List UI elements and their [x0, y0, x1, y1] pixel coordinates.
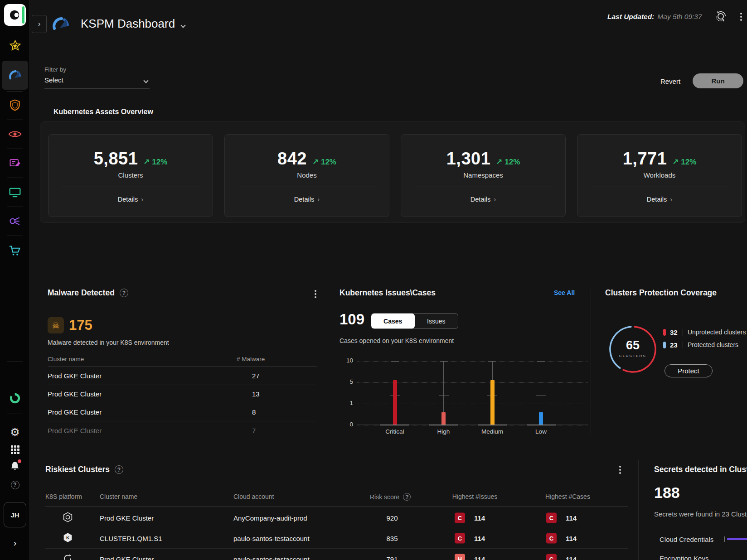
share-network-icon [9, 215, 21, 227]
cloud-account: paulo-santos-testaccount [233, 555, 310, 560]
sidebar-item-apps[interactable] [0, 444, 30, 455]
riskiest-table-row[interactable]: Prod GKE Cluster AnyCompany-audit-prod 9… [45, 508, 628, 528]
sidebar-item-settings[interactable]: ⚙ [0, 426, 30, 439]
severity-badge: H [455, 554, 465, 560]
sidebar: ⚙ ? JH › [0, 0, 30, 560]
sidebar-item-notes[interactable] [0, 157, 30, 169]
dashboard-logo [51, 14, 71, 36]
run-button[interactable]: Run [693, 73, 743, 88]
malware-table: Cluster name # Malware Prod GKE Cluster2… [48, 356, 317, 433]
sidebar-item-notifications[interactable] [0, 460, 30, 473]
sidebar-item-shield[interactable] [0, 98, 30, 112]
severity-badge: C [546, 513, 557, 523]
sidebar-item-kspm[interactable] [0, 68, 30, 82]
protection-total: 65 [608, 338, 658, 352]
riskiest-table-row[interactable]: Prod GKE Cluster paulo-santos-testaccoun… [45, 549, 628, 560]
notifications-bell-icon [10, 460, 20, 473]
x-axis-category-label: Low [521, 428, 562, 436]
severity-bar-low [539, 412, 543, 425]
sidebar-item-monitor[interactable] [0, 186, 30, 198]
revert-button[interactable]: Revert [654, 74, 687, 88]
axis-segment [429, 425, 458, 425]
chevron-right-icon: › [494, 195, 496, 203]
secret-item-label: Encryption Keys [660, 555, 708, 560]
sidebar-item-marketplace[interactable] [0, 244, 30, 257]
malware-skull-badge: ☠ [48, 317, 64, 333]
k8s-hexagon-icon: K [63, 532, 73, 544]
help-icon[interactable]: ? [403, 493, 411, 501]
help-icon[interactable]: ? [115, 465, 123, 474]
severity-bar-critical [393, 380, 397, 425]
apps-grid-icon [11, 445, 19, 454]
column-risk-score: Risk score? [370, 493, 411, 501]
details-link[interactable]: Details› [225, 195, 389, 203]
y-axis-tick-label: 1 [340, 400, 353, 406]
table-row: Prod GKE Cluster13 [48, 385, 317, 403]
sidebar-expand-button[interactable]: › [0, 536, 30, 549]
help-icon[interactable]: ? [120, 289, 128, 297]
whisker-cap [440, 361, 448, 362]
cluster-name: Prod GKE Cluster [100, 514, 154, 522]
filter-select[interactable]: Select [44, 76, 150, 88]
table-row: Prod GKE Cluster8 [48, 403, 317, 421]
legend-color-pill [663, 329, 666, 336]
sidebar-item-visibility[interactable] [0, 128, 30, 140]
title-chevron-down-icon[interactable] [180, 23, 185, 28]
divider [414, 187, 552, 187]
sidebar-item-share[interactable] [0, 215, 30, 227]
refresh-button[interactable] [714, 10, 727, 24]
legend-protected: 23 Protected clusters [663, 341, 738, 349]
see-all-link[interactable]: See All [554, 289, 575, 296]
x-axis-category-label: Critical [374, 428, 415, 436]
table-row: Prod GKE Cluster7 [48, 421, 317, 433]
header-kebab-menu-icon[interactable] [740, 13, 742, 14]
cases-issues-toggle: Cases Issues [371, 313, 458, 329]
details-link[interactable]: Details› [49, 195, 213, 203]
last-updated-label: Last Updated: [607, 13, 654, 21]
legend-label: Unprotected clusters [688, 328, 746, 336]
stat-delta: ↗ 12% [312, 157, 336, 167]
monitor-display-icon [9, 187, 21, 198]
tab-cases[interactable]: Cases [371, 314, 415, 328]
whisker-cap [488, 361, 496, 362]
riskiest-kebab-menu-icon[interactable] [619, 466, 621, 468]
sidebar-item-ring-logo[interactable] [0, 391, 30, 405]
protect-button[interactable]: Protect [665, 364, 713, 377]
riskiest-table-row[interactable]: K CLUSTER1.QM1.S1 paulo-santos-testaccou… [45, 528, 628, 549]
malware-kebab-menu-icon[interactable] [315, 290, 316, 292]
axis-segment [478, 425, 507, 425]
secret-bar [727, 538, 747, 540]
sidebar-item-help[interactable]: ? [0, 479, 30, 490]
details-link[interactable]: Details› [577, 195, 742, 203]
company-logo[interactable] [4, 4, 26, 26]
panel-collapse-button[interactable]: › [32, 15, 47, 33]
divider [683, 329, 683, 336]
chevron-right-icon: › [38, 19, 41, 29]
page-title: KSPM Dashboard [81, 17, 175, 31]
divider [591, 187, 728, 187]
divider [7, 149, 23, 149]
column-cloud-account: Cloud account [233, 493, 274, 500]
last-updated-value: May 5th 09:37 [657, 13, 702, 21]
ring-logo-icon [9, 392, 21, 405]
divider [683, 342, 683, 348]
details-link[interactable]: Details› [401, 195, 565, 203]
x-axis-category-label: Medium [472, 428, 513, 436]
column-cluster-name: Cluster name [100, 493, 137, 500]
severity-bar-medium [490, 380, 495, 425]
secrets-subtitle: Secrets were found in 23 Clusters [654, 510, 747, 518]
malware-count: 175 [69, 317, 92, 333]
sidebar-item-favorites[interactable] [0, 39, 30, 53]
whisker-mid-tick [439, 396, 449, 396]
issues-cases-count: 109 [340, 311, 364, 328]
stat-value: 1,301 [446, 149, 491, 169]
stat-label: Nodes [225, 171, 389, 179]
assets-overview-panel: 5,851 ↗ 12% Clusters Details› 842 ↗ 12% … [40, 121, 745, 223]
column-k8s-platform: K8S platform [45, 493, 82, 500]
legend-label: Protected clusters [688, 341, 738, 348]
logo-glyph-icon [9, 9, 21, 21]
divider [7, 207, 23, 207]
tab-issues[interactable]: Issues [415, 314, 458, 328]
refresh-sync-icon [714, 10, 727, 23]
user-avatar[interactable]: JH [4, 502, 26, 527]
